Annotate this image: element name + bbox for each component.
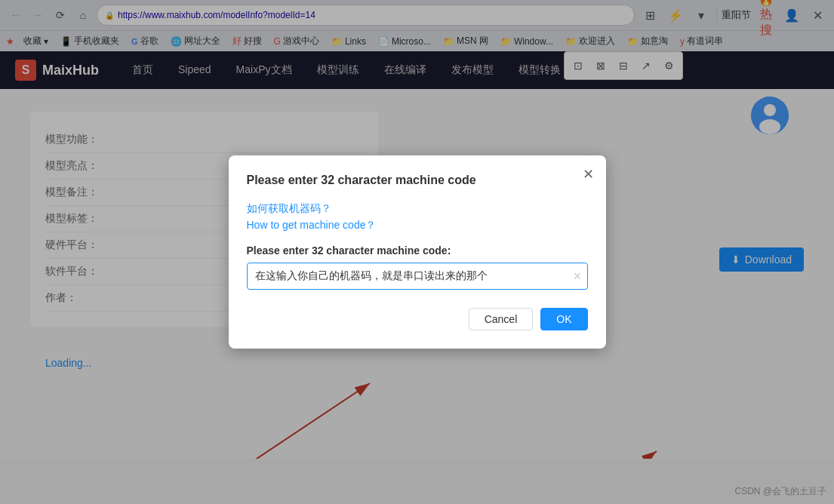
machine-code-input[interactable] [247,263,588,290]
modal-close-button[interactable]: ✕ [583,167,594,181]
modal-title: Please enter 32 character machine code [247,174,588,187]
modal-dialog: Please enter 32 character machine code ✕… [229,155,606,349]
modal-input-wrap: ✕ [247,263,588,290]
link-cn[interactable]: 如何获取机器码？ [247,202,588,216]
cancel-button[interactable]: Cancel [469,308,534,330]
modal-field-label: Please enter 32 character machine code: [247,244,588,257]
ok-button[interactable]: OK [540,308,587,330]
input-clear-button[interactable]: ✕ [573,270,582,282]
link-en[interactable]: How to get machine code？ [247,219,588,232]
modal-overlay: Please enter 32 character machine code ✕… [0,0,834,504]
modal-actions: Cancel OK [247,308,588,330]
